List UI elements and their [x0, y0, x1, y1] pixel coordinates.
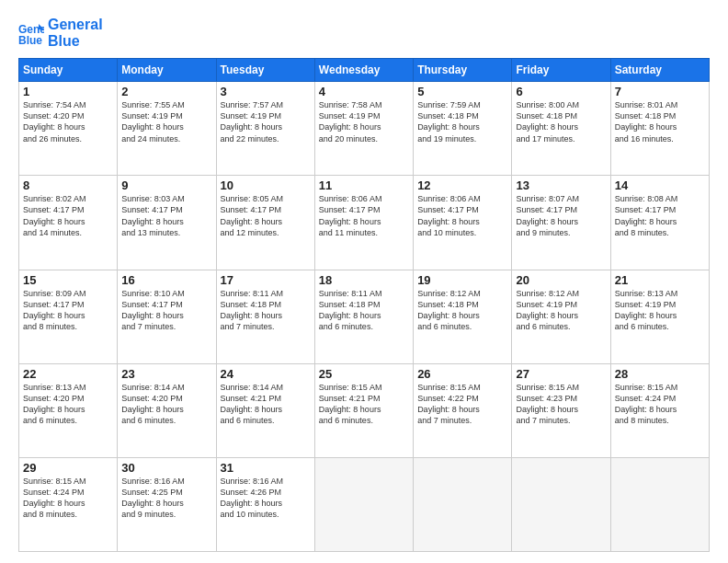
svg-text:Blue: Blue [18, 34, 42, 46]
day-cell-26: 26Sunrise: 8:15 AMSunset: 4:22 PMDayligh… [414, 363, 512, 457]
day-number: 3 [221, 85, 311, 98]
day-number: 17 [221, 273, 311, 287]
day-number: 10 [221, 178, 311, 192]
day-number: 19 [417, 273, 507, 287]
week-row-3: 15Sunrise: 8:09 AMSunset: 4:17 PMDayligh… [19, 270, 710, 363]
day-info: Sunrise: 8:13 AMSunset: 4:19 PMDaylight:… [615, 288, 705, 333]
day-info: Sunrise: 8:00 AMSunset: 4:18 PMDaylight:… [516, 99, 606, 144]
day-cell-18: 18Sunrise: 8:11 AMSunset: 4:18 PMDayligh… [314, 270, 413, 363]
day-cell-29: 29Sunrise: 8:15 AMSunset: 4:24 PMDayligh… [19, 457, 118, 551]
day-cell-15: 15Sunrise: 8:09 AMSunset: 4:17 PMDayligh… [19, 270, 118, 363]
day-number: 24 [221, 367, 311, 381]
day-number: 21 [615, 273, 705, 287]
day-cell-31: 31Sunrise: 8:16 AMSunset: 4:26 PMDayligh… [216, 457, 314, 551]
day-info: Sunrise: 8:07 AMSunset: 4:17 PMDaylight:… [516, 193, 606, 238]
day-cell-20: 20Sunrise: 8:12 AMSunset: 4:19 PMDayligh… [512, 270, 610, 363]
week-row-1: 1Sunrise: 7:54 AMSunset: 4:20 PMDaylight… [19, 82, 710, 176]
day-number: 14 [615, 178, 705, 192]
day-info: Sunrise: 8:01 AMSunset: 4:18 PMDaylight:… [615, 99, 705, 144]
day-info: Sunrise: 8:13 AMSunset: 4:20 PMDaylight:… [23, 382, 113, 427]
day-cell-3: 3Sunrise: 7:57 AMSunset: 4:19 PMDaylight… [216, 82, 314, 176]
weekday-header-wednesday: Wednesday [314, 59, 413, 82]
day-number: 23 [121, 367, 211, 381]
day-number: 20 [516, 273, 606, 287]
day-info: Sunrise: 8:14 AMSunset: 4:20 PMDaylight:… [121, 382, 211, 427]
day-number: 25 [319, 367, 409, 381]
logo-text: GeneralBlue [48, 17, 103, 49]
day-number: 30 [121, 461, 211, 475]
day-number: 11 [319, 178, 409, 192]
day-info: Sunrise: 8:08 AMSunset: 4:17 PMDaylight:… [615, 193, 705, 238]
day-number: 4 [319, 85, 409, 98]
day-number: 26 [417, 367, 507, 381]
day-cell-10: 10Sunrise: 8:05 AMSunset: 4:17 PMDayligh… [216, 176, 314, 270]
day-number: 22 [23, 367, 113, 381]
week-row-5: 29Sunrise: 8:15 AMSunset: 4:24 PMDayligh… [19, 457, 710, 551]
page: General Blue GeneralBlue SundayMondayTue… [0, 0, 728, 563]
day-info: Sunrise: 8:15 AMSunset: 4:23 PMDaylight:… [516, 382, 606, 427]
day-info: Sunrise: 7:59 AMSunset: 4:18 PMDaylight:… [417, 99, 507, 144]
day-cell-23: 23Sunrise: 8:14 AMSunset: 4:20 PMDayligh… [118, 363, 216, 457]
day-info: Sunrise: 8:06 AMSunset: 4:17 PMDaylight:… [417, 193, 507, 238]
day-info: Sunrise: 8:06 AMSunset: 4:17 PMDaylight:… [319, 193, 409, 238]
day-cell-16: 16Sunrise: 8:10 AMSunset: 4:17 PMDayligh… [118, 270, 216, 363]
day-number: 7 [615, 85, 705, 98]
day-info: Sunrise: 8:03 AMSunset: 4:17 PMDaylight:… [121, 193, 211, 238]
day-number: 12 [417, 178, 507, 192]
day-cell-6: 6Sunrise: 8:00 AMSunset: 4:18 PMDaylight… [512, 82, 610, 176]
day-cell-13: 13Sunrise: 8:07 AMSunset: 4:17 PMDayligh… [512, 176, 610, 270]
day-cell-17: 17Sunrise: 8:11 AMSunset: 4:18 PMDayligh… [216, 270, 314, 363]
day-number: 9 [121, 178, 211, 192]
weekday-header-row: SundayMondayTuesdayWednesdayThursdayFrid… [19, 59, 710, 82]
day-info: Sunrise: 8:10 AMSunset: 4:17 PMDaylight:… [121, 288, 211, 333]
empty-cell [512, 457, 610, 551]
day-number: 31 [221, 461, 311, 475]
day-cell-8: 8Sunrise: 8:02 AMSunset: 4:17 PMDaylight… [19, 176, 118, 270]
empty-cell [314, 457, 413, 551]
day-cell-7: 7Sunrise: 8:01 AMSunset: 4:18 PMDaylight… [610, 82, 709, 176]
logo: General Blue GeneralBlue [18, 17, 103, 49]
day-info: Sunrise: 8:12 AMSunset: 4:18 PMDaylight:… [417, 288, 507, 333]
day-number: 18 [319, 273, 409, 287]
day-info: Sunrise: 8:15 AMSunset: 4:21 PMDaylight:… [319, 382, 409, 427]
day-cell-4: 4Sunrise: 7:58 AMSunset: 4:19 PMDaylight… [314, 82, 413, 176]
day-info: Sunrise: 8:16 AMSunset: 4:25 PMDaylight:… [121, 476, 211, 521]
day-number: 16 [121, 273, 211, 287]
day-number: 6 [516, 85, 606, 98]
day-info: Sunrise: 7:57 AMSunset: 4:19 PMDaylight:… [221, 99, 311, 144]
weekday-header-friday: Friday [512, 59, 610, 82]
day-info: Sunrise: 8:12 AMSunset: 4:19 PMDaylight:… [516, 288, 606, 333]
weekday-header-tuesday: Tuesday [216, 59, 314, 82]
header: General Blue GeneralBlue [18, 17, 710, 49]
weekday-header-sunday: Sunday [19, 59, 118, 82]
day-cell-28: 28Sunrise: 8:15 AMSunset: 4:24 PMDayligh… [610, 363, 709, 457]
day-cell-9: 9Sunrise: 8:03 AMSunset: 4:17 PMDaylight… [118, 176, 216, 270]
day-info: Sunrise: 8:15 AMSunset: 4:24 PMDaylight:… [23, 476, 113, 521]
day-info: Sunrise: 8:16 AMSunset: 4:26 PMDaylight:… [221, 476, 311, 521]
calendar-table: SundayMondayTuesdayWednesdayThursdayFrid… [18, 58, 710, 552]
day-cell-2: 2Sunrise: 7:55 AMSunset: 4:19 PMDaylight… [118, 82, 216, 176]
day-number: 15 [23, 273, 113, 287]
day-cell-27: 27Sunrise: 8:15 AMSunset: 4:23 PMDayligh… [512, 363, 610, 457]
day-cell-22: 22Sunrise: 8:13 AMSunset: 4:20 PMDayligh… [19, 363, 118, 457]
empty-cell [414, 457, 512, 551]
day-cell-30: 30Sunrise: 8:16 AMSunset: 4:25 PMDayligh… [118, 457, 216, 551]
day-info: Sunrise: 8:02 AMSunset: 4:17 PMDaylight:… [23, 193, 113, 238]
day-cell-25: 25Sunrise: 8:15 AMSunset: 4:21 PMDayligh… [314, 363, 413, 457]
day-number: 13 [516, 178, 606, 192]
day-info: Sunrise: 8:11 AMSunset: 4:18 PMDaylight:… [221, 288, 311, 333]
day-cell-19: 19Sunrise: 8:12 AMSunset: 4:18 PMDayligh… [414, 270, 512, 363]
day-info: Sunrise: 8:15 AMSunset: 4:22 PMDaylight:… [417, 382, 507, 427]
weekday-header-saturday: Saturday [610, 59, 709, 82]
day-info: Sunrise: 7:58 AMSunset: 4:19 PMDaylight:… [319, 99, 409, 144]
weekday-header-thursday: Thursday [414, 59, 512, 82]
day-number: 2 [121, 85, 211, 98]
day-cell-1: 1Sunrise: 7:54 AMSunset: 4:20 PMDaylight… [19, 82, 118, 176]
day-info: Sunrise: 8:11 AMSunset: 4:18 PMDaylight:… [319, 288, 409, 333]
empty-cell [610, 457, 709, 551]
day-info: Sunrise: 8:09 AMSunset: 4:17 PMDaylight:… [23, 288, 113, 333]
day-number: 1 [23, 85, 113, 98]
day-number: 8 [23, 178, 113, 192]
day-cell-12: 12Sunrise: 8:06 AMSunset: 4:17 PMDayligh… [414, 176, 512, 270]
day-number: 27 [516, 367, 606, 381]
